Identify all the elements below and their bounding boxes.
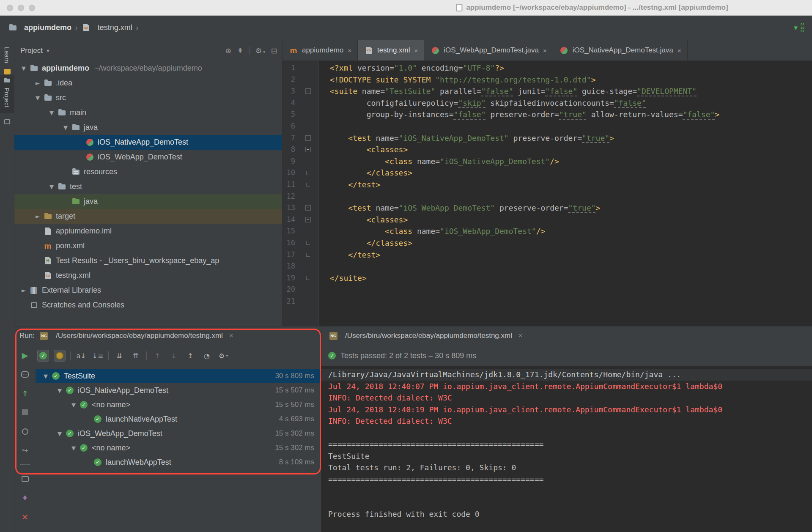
- fold-end-icon[interactable]: [306, 171, 310, 175]
- project-item-ios-webapp-demotest[interactable]: iOS_WebApp_DemoTest: [14, 150, 282, 165]
- fold-end-icon[interactable]: [306, 183, 310, 186]
- project-item-scratches-and-consoles[interactable]: Scratches and Consoles: [14, 298, 282, 313]
- project-item-target[interactable]: ►target: [14, 209, 282, 224]
- breadcrumb-file[interactable]: <> testng.xml: [81, 23, 132, 33]
- test-node-no-name[interactable]: ▼✓<no name>15 s 507 ms: [36, 398, 321, 412]
- expand-all-button[interactable]: ⇊: [113, 350, 125, 362]
- minimize-window-button[interactable]: [18, 5, 24, 11]
- test-node-launchnativeapptest[interactable]: ✓launchNativeAppTest4 s 693 ms: [36, 412, 321, 426]
- locate-file-icon[interactable]: ⊕: [225, 47, 231, 55]
- fold-end-icon[interactable]: [306, 276, 310, 280]
- fold-start-icon[interactable]: −: [305, 217, 311, 222]
- project-item-test-results-users-biru-workspace-ebay-ap[interactable]: HTest Results - _Users_biru_workspace_eb…: [14, 253, 282, 268]
- test-node-launchwebapptest[interactable]: ✓launchWebAppTest8 s 109 ms: [36, 455, 321, 469]
- chevron-down-icon[interactable]: ▼: [60, 124, 71, 131]
- fold-end-icon[interactable]: [306, 253, 310, 257]
- chevron-down-icon[interactable]: ▼: [55, 431, 65, 437]
- project-item-main[interactable]: ▼main: [14, 105, 282, 120]
- hide-tool-window-icon[interactable]: ⊟: [271, 47, 277, 55]
- project-item-java[interactable]: ▼java: [14, 120, 282, 135]
- close-icon[interactable]: ×: [518, 332, 522, 340]
- close-button[interactable]: ×: [19, 511, 31, 523]
- dump-threads-button[interactable]: [19, 425, 31, 437]
- project-item-external-libraries[interactable]: ►External Libraries: [14, 283, 282, 298]
- breadcrumb-project[interactable]: appiumdemo: [8, 23, 71, 33]
- close-tab-icon[interactable]: ×: [543, 47, 547, 54]
- show-passed-button[interactable]: ✓: [37, 350, 49, 362]
- learn-book-icon[interactable]: [4, 69, 11, 74]
- strip-tab-project[interactable]: Project: [0, 75, 14, 113]
- close-tab-icon[interactable]: ×: [414, 47, 418, 54]
- rerun-button[interactable]: ▶: [19, 349, 31, 361]
- test-node-ios-webapp-demotest[interactable]: ▼✓iOS_WebApp_DemoTest15 s 302 ms: [36, 426, 321, 441]
- chevron-down-icon[interactable]: ▼: [69, 402, 79, 408]
- chevron-down-icon[interactable]: ▼: [47, 110, 57, 116]
- editor-area[interactable]: mappiumdemo×<>testng.xml×iOS_WebApp_Demo…: [282, 40, 812, 326]
- console-tab[interactable]: NG /Users/biru/workspace/ebay/appiumdemo…: [328, 331, 522, 340]
- project-item-pom-xml[interactable]: mpom.xml: [14, 239, 282, 253]
- chevron-down-icon[interactable]: ▼: [69, 445, 79, 451]
- sort-alphabetically-button[interactable]: a↓: [75, 350, 87, 362]
- settings-button[interactable]: ⚙▾: [217, 350, 229, 362]
- chevron-right-icon[interactable]: ►: [19, 287, 29, 293]
- strip-misc-icon[interactable]: [4, 119, 10, 124]
- gear-icon[interactable]: ⚙▾: [255, 47, 265, 55]
- test-node-no-name[interactable]: ▼✓<no name>15 s 302 ms: [36, 441, 321, 455]
- project-item-src[interactable]: ▼src: [14, 90, 282, 105]
- console-output[interactable]: /Library/Java/JavaVirtualMachines/jdk1.8…: [321, 366, 812, 532]
- project-item-java[interactable]: java: [14, 194, 282, 209]
- project-item-resources[interactable]: resources: [14, 165, 282, 179]
- fold-start-icon[interactable]: −: [305, 135, 311, 141]
- editor-tab-testng-xml[interactable]: <>testng.xml×: [358, 40, 424, 60]
- close-tab-icon[interactable]: ×: [678, 47, 681, 54]
- collapse-all-button[interactable]: ⇈: [130, 350, 142, 362]
- project-item-idea[interactable]: ►.idea: [14, 76, 282, 90]
- chevron-down-icon[interactable]: ▼: [33, 95, 43, 101]
- sort-by-duration-button[interactable]: ↓≡: [92, 350, 104, 362]
- collapse-all-icon[interactable]: ⇞: [237, 47, 243, 55]
- zoom-window-button[interactable]: [29, 5, 35, 11]
- chevron-down-icon[interactable]: ▼: [47, 184, 57, 190]
- editor-tab-ios-nativeapp-demotest-java[interactable]: iOS_NativeApp_DemoTest.java×: [553, 40, 688, 60]
- run-config-tab[interactable]: NG /Users/biru/workspace/ebay/appiumdemo…: [39, 331, 233, 340]
- strip-tab-learn[interactable]: Learn: [3, 47, 11, 63]
- test-node-testsuite[interactable]: ▼✓TestSuite30 s 809 ms: [36, 369, 321, 383]
- stop-button[interactable]: [19, 406, 31, 418]
- console-button[interactable]: [19, 473, 31, 485]
- fold-end-icon[interactable]: [306, 241, 310, 245]
- test-runner-notifications-button[interactable]: ⋯: [19, 368, 31, 380]
- test-history-button[interactable]: ◔: [201, 350, 213, 362]
- import-test-results-button[interactable]: ↥: [184, 350, 196, 362]
- chevron-down-icon[interactable]: ▼: [46, 48, 50, 53]
- project-item-appiumdemo-iml[interactable]: appiumdemo.iml: [14, 224, 282, 239]
- previous-failed-test-button[interactable]: ↑: [151, 350, 163, 362]
- fold-start-icon[interactable]: −: [305, 205, 311, 211]
- project-tree: ▼appiumdemo~/workspace/ebay/appiumdemo►.…: [14, 61, 282, 313]
- close-window-button[interactable]: [7, 5, 13, 11]
- project-item-test[interactable]: ▼test: [14, 179, 282, 194]
- chevron-right-icon[interactable]: ►: [33, 213, 43, 219]
- chevron-down-icon[interactable]: ▼: [55, 387, 65, 394]
- project-item-ios-nativeapp-demotest[interactable]: iOS_NativeApp_DemoTest: [14, 135, 282, 150]
- folder-icon: [71, 123, 81, 132]
- project-item-testng-xml[interactable]: <>testng.xml: [14, 268, 282, 283]
- pin-tab-button[interactable]: ♦: [19, 492, 31, 504]
- close-tab-icon[interactable]: ×: [348, 47, 351, 54]
- fold-start-icon[interactable]: −: [305, 88, 311, 94]
- project-item-appiumdemo[interactable]: ▼appiumdemo~/workspace/ebay/appiumdemo: [14, 61, 282, 76]
- exit-button[interactable]: ↪: [19, 444, 31, 456]
- fold-start-icon[interactable]: −: [305, 147, 311, 152]
- chevron-down-icon[interactable]: ▼: [19, 65, 29, 71]
- chevron-down-icon[interactable]: ▼: [41, 373, 51, 379]
- show-ignored-button[interactable]: [54, 350, 66, 362]
- update-indicator[interactable]: ▼ 01 10 01: [793, 23, 804, 33]
- editor-tab-ios-webapp-demotest-java[interactable]: iOS_WebApp_DemoTest.java×: [424, 40, 553, 60]
- project-panel-title[interactable]: Project: [20, 47, 43, 55]
- editor-content[interactable]: 1<?xml version="1.0" encoding="UTF-8"?>2…: [283, 62, 812, 307]
- next-failed-test-button[interactable]: ↓: [168, 350, 180, 362]
- test-node-ios-nativeapp-demotest[interactable]: ▼✓iOS_NativeApp_DemoTest15 s 507 ms: [36, 383, 321, 398]
- chevron-right-icon[interactable]: ►: [33, 80, 43, 86]
- close-icon[interactable]: ×: [229, 332, 233, 340]
- rerun-failed-tests-button[interactable]: ↑: [19, 387, 31, 399]
- editor-tab-appiumdemo[interactable]: mappiumdemo×: [283, 40, 358, 60]
